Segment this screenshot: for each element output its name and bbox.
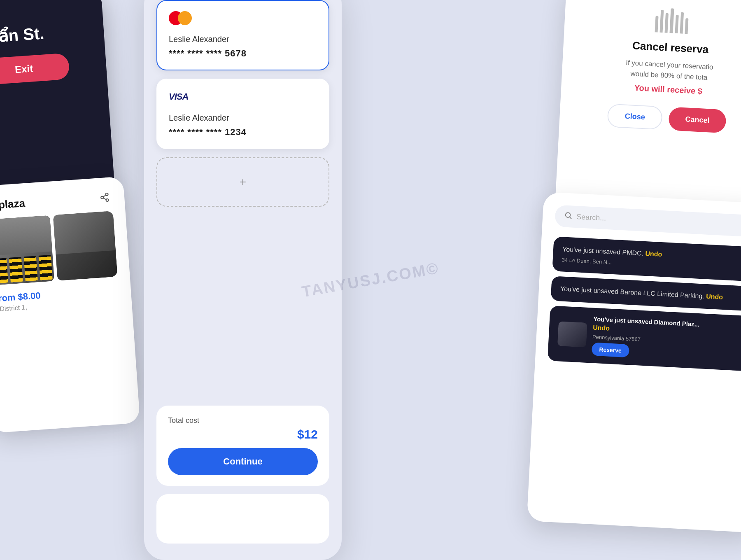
svg-point-5 bbox=[565, 212, 570, 217]
mastercard-number: **** **** **** 5678 bbox=[169, 48, 317, 59]
reserve-button[interactable]: Reserve bbox=[592, 342, 629, 357]
mc-orange-circle bbox=[178, 11, 192, 25]
cancel-title: Cancel reserva bbox=[580, 37, 741, 59]
notification-barone: You've just unsaved Barone LLC Limited P… bbox=[551, 276, 741, 311]
mastercard-logo bbox=[169, 12, 317, 25]
close-button[interactable]: Close bbox=[607, 103, 663, 130]
undo-pmdc[interactable]: Undo bbox=[645, 250, 662, 258]
visa-card[interactable]: VISA Leslie Alexander **** **** **** 123… bbox=[156, 79, 329, 149]
svg-line-6 bbox=[570, 217, 572, 219]
plaza-title: d plaza bbox=[0, 196, 26, 212]
total-label: Total cost bbox=[168, 416, 318, 425]
bottom-placeholder-card bbox=[156, 494, 329, 544]
notification-diamond: You've just unsaved Diamond Plaz... Undo… bbox=[548, 306, 741, 371]
continue-button[interactable]: Continue bbox=[168, 448, 318, 475]
search-box[interactable]: Search... bbox=[555, 205, 741, 237]
visa-holder: Leslie Alexander bbox=[169, 113, 317, 123]
exit-button[interactable]: Exit bbox=[0, 53, 70, 85]
notification-pmdc: You've just unsaved PMDC. Undo 34 Le Dua… bbox=[552, 236, 741, 282]
plaza-panel: d plaza from $8.00 , District 1, bbox=[0, 176, 140, 433]
share-icon[interactable] bbox=[97, 189, 112, 205]
notification-pmdc-text: You've just unsaved PMDC. Undo 34 Le Dua… bbox=[562, 244, 741, 273]
total-amount: $12 bbox=[168, 427, 318, 441]
visa-number: **** **** **** 1234 bbox=[169, 127, 317, 138]
payment-panel: Leslie Alexander **** **** **** 5678 VIS… bbox=[144, 0, 342, 560]
cancel-icon-area bbox=[581, 4, 741, 38]
diamond-plaza-name: You've just unsaved Diamond Plaz... bbox=[593, 315, 741, 330]
search-icon bbox=[564, 211, 573, 222]
svg-point-2 bbox=[106, 199, 108, 201]
add-card-button[interactable]: + bbox=[156, 157, 329, 207]
undo-barone[interactable]: Undo bbox=[706, 292, 723, 300]
mastercard-holder: Leslie Alexander bbox=[169, 35, 317, 44]
undo-diamond[interactable]: Undo bbox=[593, 324, 610, 331]
total-section: Total cost $12 Continue bbox=[156, 406, 329, 486]
svg-line-4 bbox=[103, 195, 106, 197]
notification-barone-text: You've just unsaved Barone LLC Limited P… bbox=[560, 284, 741, 303]
plus-icon: + bbox=[240, 175, 246, 189]
mastercard-card[interactable]: Leslie Alexander **** **** **** 5678 bbox=[156, 0, 329, 70]
diamond-notif-content: You've just unsaved Diamond Plaz... Undo… bbox=[592, 315, 741, 363]
cancel-confirm-button[interactable]: Cancel bbox=[668, 107, 727, 133]
search-notifications-panel: Search... You've just unsaved PMDC. Undo… bbox=[527, 192, 741, 533]
diamond-plaza-image bbox=[557, 321, 587, 348]
search-placeholder: Search... bbox=[576, 212, 606, 223]
bars-icon bbox=[655, 7, 689, 34]
street-name: Duẩn St. bbox=[0, 21, 92, 47]
svg-line-3 bbox=[103, 198, 106, 200]
cancel-description: If you cancel your reservatiowould be 80… bbox=[578, 55, 741, 86]
visa-logo: VISA bbox=[169, 90, 317, 103]
